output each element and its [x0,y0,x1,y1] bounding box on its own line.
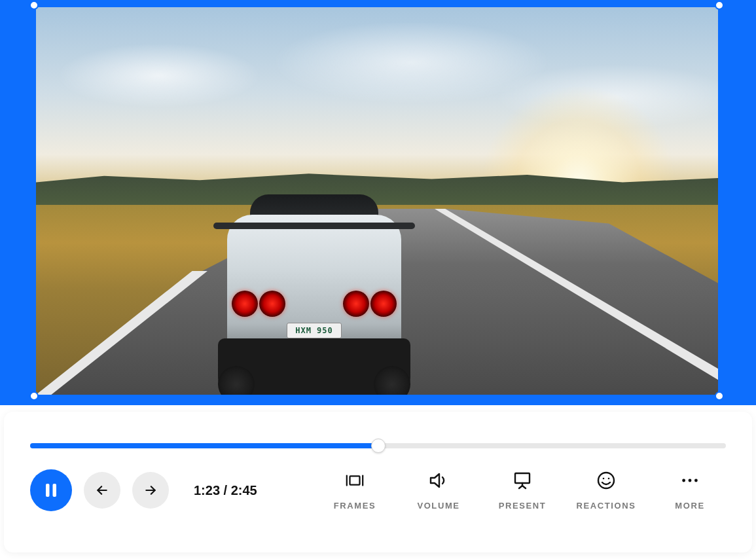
more-button[interactable]: MORE [654,471,726,511]
time-display: 1:23 / 2:45 [194,483,257,498]
volume-button[interactable]: VOLUME [403,471,475,511]
next-button[interactable] [132,472,169,509]
more-icon [680,471,700,490]
pause-icon [44,482,58,498]
svg-rect-5 [350,476,360,484]
svg-point-14 [608,477,610,479]
arrow-left-icon [96,484,109,497]
player-controls: 1:23 / 2:45 FRAMES VOLUME PRESENT REACT [4,412,752,552]
seek-track[interactable] [30,443,726,448]
svg-rect-0 [46,484,50,497]
seek-thumb[interactable] [371,439,386,453]
more-label: MORE [675,501,704,511]
svg-rect-8 [515,473,530,483]
present-label: PRESENT [499,501,547,511]
arrow-right-icon [144,484,157,497]
svg-point-17 [694,478,698,482]
video-content: HXM 950 [36,7,718,395]
video-stage: HXM 950 [0,0,756,405]
license-plate: HXM 950 [287,323,342,338]
resize-handle-bottom-left[interactable] [29,391,39,401]
svg-point-15 [682,478,685,482]
reactions-label: REACTIONS [577,501,636,511]
frames-icon [345,471,365,490]
resize-handle-bottom-right[interactable] [715,391,724,401]
present-icon [513,471,532,490]
video-frame[interactable]: HXM 950 [34,5,720,397]
present-button[interactable]: PRESENT [486,471,558,511]
previous-button[interactable] [84,472,120,509]
svg-rect-1 [53,484,57,497]
frames-label: FRAMES [334,501,376,511]
seek-progress [30,443,378,448]
volume-label: VOLUME [417,501,459,511]
svg-point-13 [603,477,605,479]
svg-point-12 [598,473,614,488]
svg-point-16 [689,478,692,482]
reactions-button[interactable]: REACTIONS [570,471,642,511]
pause-button[interactable] [30,469,72,511]
frames-button[interactable]: FRAMES [319,471,391,511]
volume-icon [429,471,448,490]
smile-icon [596,471,616,490]
resize-handle-top-left[interactable] [29,1,39,10]
resize-handle-top-right[interactable] [715,1,724,10]
svg-line-11 [522,486,526,488]
svg-marker-7 [431,474,439,487]
